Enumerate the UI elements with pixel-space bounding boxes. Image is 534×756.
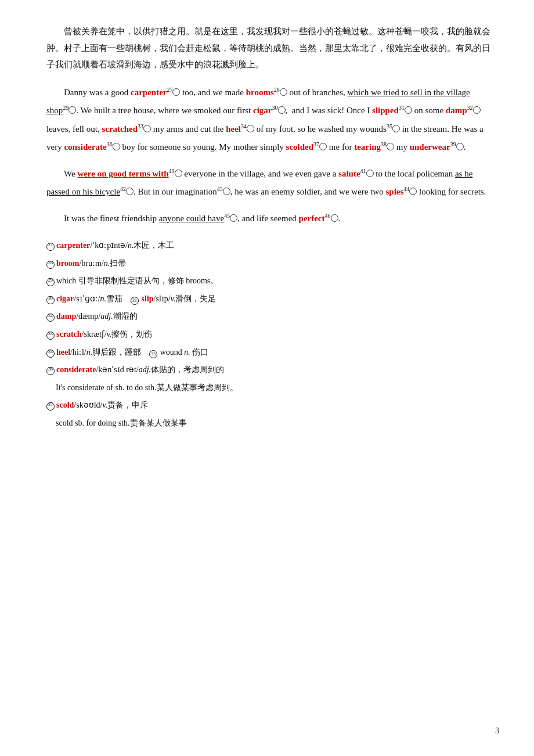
circle-38 bbox=[387, 143, 394, 150]
ann-circle-27: 27 bbox=[46, 243, 55, 251]
sup-39: 39 bbox=[450, 141, 456, 147]
english-paragraph-1: Danny was a good carpenter27 too, and we… bbox=[46, 84, 493, 157]
circle-29 bbox=[68, 106, 76, 114]
annotation-36-extra: It's considerate of sb. to do sth.某人做某事考… bbox=[46, 380, 493, 396]
ann-text-30: cigar/sɪˈɡɑː/n.雪茄 31 slip/slɪp/v.滑倒，失足 bbox=[56, 291, 216, 307]
sup-46: 46 bbox=[325, 213, 331, 219]
annotation-34-35: 34 heel/hiːl/n.脚后跟，踵部 35 wound n. 伤口 bbox=[46, 345, 493, 361]
sup-35: 35 bbox=[387, 123, 392, 129]
sup-30: 30 bbox=[272, 105, 278, 111]
circle-40 bbox=[175, 170, 182, 177]
circle-31 bbox=[405, 106, 412, 114]
ann-circle-32: 32 bbox=[46, 314, 55, 322]
ann-circle-35: 35 bbox=[149, 350, 157, 358]
ann-keyword-37: scold bbox=[56, 401, 74, 409]
sup-29: 29 bbox=[63, 105, 68, 111]
ann-circle-33: 33 bbox=[46, 332, 55, 340]
word-spies: spies bbox=[385, 187, 403, 196]
ann-circle-29: 29 bbox=[46, 278, 55, 286]
ann-extra-37: scold sb. for doing sth.责备某人做某事 bbox=[56, 416, 187, 431]
ann-keyword-32: damp bbox=[56, 312, 76, 321]
sup-42: 42 bbox=[120, 186, 126, 192]
ann-keyword-31: slip bbox=[142, 294, 154, 303]
english-paragraph-2: We were on good terms with40 everyone in… bbox=[46, 165, 493, 201]
annotation-37-extra: scold sb. for doing sth.责备某人做某事 bbox=[46, 416, 493, 431]
circle-30 bbox=[278, 106, 286, 114]
circle-37 bbox=[319, 143, 327, 150]
ann-text-34-35: heel/hiːl/n.脚后跟，踵部 35 wound n. 伤口 bbox=[56, 345, 208, 361]
circle-32 bbox=[473, 106, 481, 114]
sup-43: 43 bbox=[217, 186, 223, 192]
word-heel: heel bbox=[226, 124, 241, 134]
ann-keyword-34: heel bbox=[56, 348, 70, 357]
sup-44: 44 bbox=[403, 186, 409, 192]
ann-text-33: scratch/skrætʃ/v.擦伤，划伤 bbox=[56, 327, 152, 343]
word-scolded: scolded bbox=[286, 142, 314, 152]
circle-44 bbox=[409, 188, 417, 195]
ann-keyword-33: scratch bbox=[56, 330, 82, 339]
ann-circle-28: 28 bbox=[46, 261, 55, 269]
ann-keyword-28: broom bbox=[56, 259, 79, 268]
sup-28: 28 bbox=[274, 87, 280, 93]
ann-keyword-30: cigar bbox=[56, 294, 74, 303]
sup-45: 45 bbox=[224, 213, 230, 219]
word-perfect: perfect bbox=[299, 214, 325, 223]
circle-41 bbox=[366, 170, 374, 177]
sup-36: 36 bbox=[107, 141, 113, 147]
ann-text-36: considerate/kənˈsɪd rət/adj.体贴的，考虑周到的 bbox=[56, 362, 224, 378]
sup-33: 33 bbox=[138, 123, 143, 129]
sup-32: 32 bbox=[467, 105, 473, 111]
word-brooms: brooms bbox=[246, 88, 274, 97]
word-cigar: cigar bbox=[253, 106, 272, 115]
english-paragraph-3: It was the finest friendship anyone coul… bbox=[46, 210, 493, 228]
circle-45 bbox=[230, 214, 237, 222]
circle-27 bbox=[172, 88, 180, 96]
word-carpenter: carpenter bbox=[131, 88, 167, 97]
ann-circle-36: 36 bbox=[46, 367, 55, 375]
ann-text-32: damp/dæmp/adj.潮湿的 bbox=[56, 309, 138, 325]
annotations-section: 27 carpenter/ˈkɑːpɪntə/n.木匠，木工 28 broom/… bbox=[46, 238, 493, 431]
chinese-paragraph-1: 曾被关养在笼中，以供打猎之用。就是在这里，我发现我对一些很小的苍蝇过敏。这种苍蝇… bbox=[46, 23, 493, 73]
circle-39 bbox=[456, 143, 464, 150]
ann-keyword-27: carpenter bbox=[56, 241, 90, 250]
annotation-32: 32 damp/dæmp/adj.潮湿的 bbox=[46, 309, 493, 325]
word-slipped: slipped bbox=[372, 106, 399, 115]
sup-27: 27 bbox=[167, 87, 172, 93]
ann-text-37: scold/skəʊld/v.责备，申斥 bbox=[56, 398, 148, 413]
annotation-37: 37 scold/skəʊld/v.责备，申斥 bbox=[46, 398, 493, 413]
sup-37: 37 bbox=[313, 141, 319, 147]
word-considerate: considerate bbox=[64, 142, 106, 152]
word-salute: salute bbox=[338, 169, 360, 178]
page-content: 曾被关养在笼中，以供打猎之用。就是在这里，我发现我对一些很小的苍蝇过敏。这种苍蝇… bbox=[46, 23, 493, 431]
sup-31: 31 bbox=[399, 105, 405, 111]
sup-40: 40 bbox=[169, 168, 175, 174]
word-damp: damp bbox=[446, 106, 467, 115]
word-underwear: underwear bbox=[410, 142, 450, 152]
circle-34 bbox=[247, 125, 254, 132]
annotation-30-31: 30 cigar/sɪˈɡɑː/n.雪茄 31 slip/slɪp/v.滑倒，失… bbox=[46, 291, 493, 307]
word-scratched: scratched bbox=[102, 124, 138, 134]
ann-text-28: broom/bruːm/n.扫帚 bbox=[56, 256, 126, 272]
sup-41: 41 bbox=[360, 168, 366, 174]
ann-keyword-36: considerate bbox=[56, 365, 96, 374]
annotation-27: 27 carpenter/ˈkɑːpɪntə/n.木匠，木工 bbox=[46, 238, 493, 254]
circle-43 bbox=[223, 188, 230, 195]
word-tearing: tearing bbox=[354, 142, 381, 152]
ann-text-27: carpenter/ˈkɑːpɪntə/n.木匠，木工 bbox=[56, 238, 174, 254]
ann-extra-36: It's considerate of sb. to do sth.某人做某事考… bbox=[56, 380, 238, 396]
ann-circle-34: 34 bbox=[46, 350, 55, 358]
phrase-anyone: anyone could have bbox=[159, 214, 224, 223]
annotation-29: 29 which 引导非限制性定语从句，修饰 brooms。 bbox=[46, 273, 493, 289]
sup-34: 34 bbox=[241, 123, 247, 129]
circle-42 bbox=[126, 188, 134, 195]
phrase-good-terms: were on good terms with bbox=[77, 169, 168, 178]
circle-35 bbox=[392, 125, 400, 132]
sup-38: 38 bbox=[381, 141, 387, 147]
circle-28 bbox=[280, 88, 287, 96]
annotation-33: 33 scratch/skrætʃ/v.擦伤，划伤 bbox=[46, 327, 493, 343]
ann-circle-37: 37 bbox=[46, 402, 55, 411]
annotation-36: 36 considerate/kənˈsɪd rət/adj.体贴的，考虑周到的 bbox=[46, 362, 493, 378]
circle-33 bbox=[143, 125, 151, 132]
annotation-28: 28 broom/bruːm/n.扫帚 bbox=[46, 256, 493, 272]
ann-circle-30: 30 bbox=[46, 296, 55, 304]
